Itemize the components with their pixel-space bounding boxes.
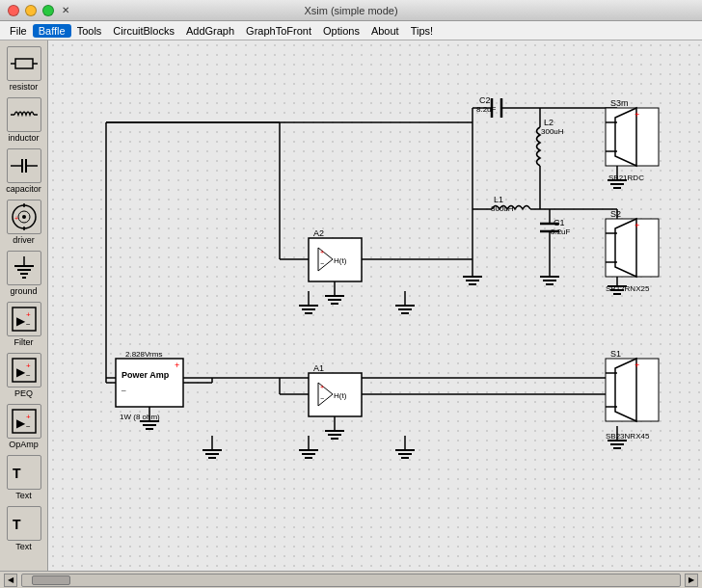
schematic-svg[interactable]: C2 8.2uF L2 300uH L1 800uH C1 8.2uF + − … <box>48 40 702 571</box>
menu-circuitblocks[interactable]: CircuitBlocks <box>107 24 180 38</box>
resistor-icon-box <box>7 46 41 81</box>
menu-file[interactable]: File <box>4 24 33 38</box>
peq-label: PEQ <box>14 388 33 398</box>
title-bar: ✕ Xsim (simple mode) <box>0 0 702 21</box>
sidebar-item-text1[interactable]: T Text <box>3 453 45 502</box>
svg-rect-35 <box>48 40 702 571</box>
component-sidebar: resistor inductor capacit <box>0 40 48 571</box>
svg-text:▶: ▶ <box>16 314 26 328</box>
svg-text:−: − <box>26 422 31 431</box>
svg-rect-148 <box>606 359 659 421</box>
svg-text:SB21RDC: SB21RDC <box>608 174 644 182</box>
sidebar-item-opamp[interactable]: ▶ + − OpAmp <box>3 402 45 451</box>
text2-icon-box: T <box>7 506 41 541</box>
svg-rect-141 <box>606 219 659 277</box>
svg-text:_: _ <box>121 383 126 391</box>
svg-rect-1 <box>15 59 33 68</box>
svg-text:+: + <box>14 215 18 222</box>
capacitor-label: capacitor <box>6 184 41 194</box>
svg-text:SB12RNX25: SB12RNX25 <box>606 284 650 293</box>
svg-text:S3m: S3m <box>610 98 629 108</box>
svg-text:▶: ▶ <box>16 416 26 430</box>
svg-text:8.2uF: 8.2uF <box>476 105 497 114</box>
svg-text:L1: L1 <box>494 195 503 204</box>
svg-text:+: + <box>634 110 639 120</box>
filter-icon: ▶ + − <box>9 304 40 334</box>
svg-text:S1: S1 <box>610 349 621 359</box>
svg-rect-134 <box>606 108 659 166</box>
svg-text:−: − <box>26 371 31 380</box>
sidebar-item-driver[interactable]: + driver <box>3 198 45 247</box>
inductor-label: inductor <box>8 133 39 143</box>
menu-baffle[interactable]: Baffle <box>33 24 71 38</box>
driver-icon-box: + <box>7 200 41 234</box>
svg-text:+: + <box>26 413 31 421</box>
resistor-icon <box>9 54 40 73</box>
scroll-thumb[interactable] <box>32 575 70 585</box>
svg-text:+: + <box>634 221 639 230</box>
menu-tools[interactable]: Tools <box>71 24 108 38</box>
menu-bar: File Baffle Tools CircuitBlocks AddGraph… <box>0 21 702 40</box>
menu-graphtofront[interactable]: GraphToFront <box>240 24 317 38</box>
svg-text:1W (8 ohm): 1W (8 ohm) <box>120 413 160 421</box>
sidebar-item-peq[interactable]: ▶ + − PEQ <box>3 351 45 400</box>
main-layout: resistor inductor capacit <box>0 40 702 571</box>
opamp-icon: ▶ + − <box>9 406 40 437</box>
svg-text:L2: L2 <box>544 118 554 127</box>
text1-icon: T <box>9 459 40 486</box>
ground-label: ground <box>10 286 37 296</box>
svg-text:H(t): H(t) <box>334 391 347 400</box>
horizontal-scrollbar[interactable] <box>21 574 681 587</box>
status-bar: ◀ ▶ <box>0 571 702 588</box>
scroll-left-arrow[interactable]: ◀ <box>4 574 17 587</box>
window-controls[interactable] <box>8 5 54 16</box>
sidebar-item-ground[interactable]: ground <box>3 249 45 298</box>
minimize-button[interactable] <box>25 5 37 16</box>
svg-text:A2: A2 <box>313 228 324 238</box>
svg-text:+: + <box>175 361 179 370</box>
svg-text:−: − <box>320 395 324 402</box>
svg-text:A1: A1 <box>313 363 324 373</box>
svg-text:−: − <box>26 320 31 329</box>
menu-addgraph[interactable]: AddGraph <box>180 24 240 38</box>
sidebar-item-text2[interactable]: T Text <box>3 504 45 553</box>
svg-text:SB23NRX45: SB23NRX45 <box>606 432 650 441</box>
ground-icon <box>9 254 40 281</box>
svg-text:▶: ▶ <box>16 365 26 379</box>
inductor-icon-box <box>7 97 41 132</box>
menu-tips[interactable]: Tips! <box>405 24 439 38</box>
sidebar-item-resistor[interactable]: resistor <box>3 44 45 94</box>
filter-label: Filter <box>14 337 34 347</box>
sidebar-item-inductor[interactable]: inductor <box>3 95 45 145</box>
text2-icon: T <box>9 510 40 537</box>
svg-text:−: − <box>320 260 324 267</box>
opamp-icon-box: ▶ + − <box>7 404 41 439</box>
peq-icon: ▶ + − <box>9 355 40 386</box>
opamp-label: OpAmp <box>9 440 39 449</box>
svg-point-11 <box>22 215 26 219</box>
inductor-icon <box>9 105 40 124</box>
svg-text:T: T <box>13 517 21 532</box>
menu-options[interactable]: Options <box>317 24 365 38</box>
capacitor-icon-box <box>7 148 41 183</box>
menu-about[interactable]: About <box>365 24 405 38</box>
resistor-label: resistor <box>10 82 39 92</box>
close-button[interactable] <box>8 5 19 16</box>
text2-label: Text <box>15 542 32 551</box>
svg-text:S2: S2 <box>610 209 621 219</box>
svg-text:C1: C1 <box>554 218 565 227</box>
scroll-right-arrow[interactable]: ▶ <box>685 574 698 587</box>
peq-icon-box: ▶ + − <box>7 353 41 388</box>
ground-icon-box <box>7 251 41 285</box>
sidebar-item-capacitor[interactable]: capacitor <box>3 147 45 196</box>
svg-text:+: + <box>320 384 324 390</box>
svg-text:+: + <box>26 310 31 319</box>
sidebar-item-filter[interactable]: ▶ + − Filter <box>3 300 45 349</box>
capacitor-icon <box>9 156 40 175</box>
driver-label: driver <box>13 235 35 245</box>
maximize-button[interactable] <box>42 5 54 16</box>
svg-text:T: T <box>13 466 21 481</box>
svg-text:C2: C2 <box>479 95 491 105</box>
svg-text:+: + <box>634 361 639 370</box>
schematic-canvas[interactable]: C2 8.2uF L2 300uH L1 800uH C1 8.2uF + − … <box>48 40 702 571</box>
